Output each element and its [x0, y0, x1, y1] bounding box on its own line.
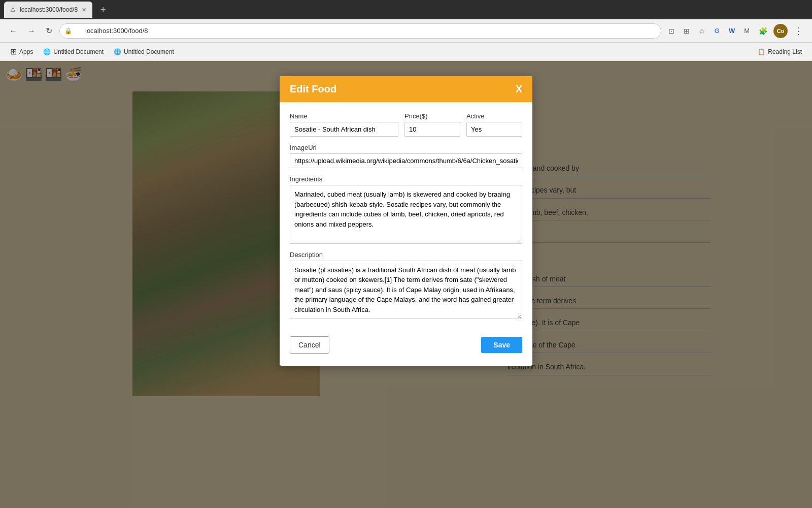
bookmark-apps-label: Apps — [19, 48, 33, 55]
description-label: Description — [290, 251, 522, 259]
edit-food-modal: Edit Food X Name Price($) Active — [280, 76, 532, 366]
new-tab-button[interactable]: + — [96, 3, 110, 17]
save-button[interactable]: Save — [481, 337, 522, 353]
cancel-button[interactable]: Cancel — [290, 336, 329, 354]
modal-overlay: Edit Food X Name Price($) Active — [0, 61, 812, 508]
forward-button[interactable]: → — [24, 24, 39, 38]
menu-button[interactable]: ⋮ — [791, 23, 806, 39]
lock-icon: 🔒 — [64, 27, 72, 35]
reading-list-icon: 📋 — [758, 48, 765, 55]
active-field-group: Active — [466, 112, 522, 137]
globe-icon-2: 🌐 — [114, 48, 121, 55]
word-icon[interactable]: W — [726, 25, 738, 37]
tab-label: localhost:3000/food/8 — [20, 6, 78, 13]
toolbar-icons: ⊡ ⊞ ☆ G W M 🧩 Co ⋮ — [665, 23, 806, 39]
tab-close-button[interactable]: ✕ — [82, 7, 86, 13]
google-icon[interactable]: G — [712, 25, 723, 37]
active-input[interactable] — [466, 122, 522, 137]
browser-toolbar: ← → ↻ 🔒 localhost:3000/food/8 ⊡ ⊞ ☆ G W … — [0, 19, 812, 43]
address-bar-container: 🔒 localhost:3000/food/8 — [59, 23, 661, 39]
name-price-active-row: Name Price($) Active — [290, 112, 522, 137]
description-field-group: Description — [290, 251, 522, 320]
modal-header: Edit Food X — [280, 76, 532, 102]
name-field-group: Name — [290, 112, 398, 137]
ingredients-label: Ingredients — [290, 175, 522, 183]
star-icon[interactable]: ☆ — [696, 25, 708, 37]
name-label: Name — [290, 112, 398, 120]
avatar-initials: Co — [777, 28, 785, 34]
active-label: Active — [466, 112, 522, 120]
bookmarks-bar: ⊞ Apps 🌐 Untitled Document 🌐 Untitled Do… — [0, 43, 812, 61]
bookmark-untitled2[interactable]: 🌐 Untitled Document — [110, 46, 178, 57]
globe-icon-1: 🌐 — [43, 48, 51, 55]
modal-title: Edit Food — [290, 83, 336, 95]
ingredients-field-group: Ingredients — [290, 175, 522, 244]
mail-icon[interactable]: M — [741, 25, 753, 37]
bookmark-untitled1[interactable]: 🌐 Untitled Document — [39, 46, 108, 57]
address-text: localhost:3000/food/8 — [76, 27, 148, 35]
description-textarea[interactable] — [290, 261, 522, 320]
reading-list-button[interactable]: 📋 Reading List — [754, 46, 806, 57]
imageurl-field-group: ImageUrl — [290, 144, 522, 168]
ingredients-textarea[interactable] — [290, 185, 522, 244]
extensions-icon[interactable]: 🧩 — [756, 25, 770, 37]
cast-icon[interactable]: ⊡ — [665, 25, 678, 37]
bookmark-untitled2-label: Untitled Document — [124, 48, 174, 55]
grid-icon[interactable]: ⊞ — [681, 25, 693, 37]
price-field-group: Price($) — [404, 112, 460, 137]
reading-list-label: Reading List — [768, 48, 802, 55]
bookmark-apps[interactable]: ⊞ Apps — [6, 45, 37, 58]
name-input[interactable] — [290, 122, 398, 137]
modal-body: Name Price($) Active ImageUrl — [280, 102, 532, 329]
price-label: Price($) — [404, 112, 460, 120]
tab-favicon: ⚠ — [10, 6, 16, 13]
imageurl-input[interactable] — [290, 153, 522, 168]
reload-button[interactable]: ↻ — [43, 24, 55, 38]
back-button[interactable]: ← — [6, 24, 20, 38]
modal-footer: Cancel Save — [280, 329, 532, 366]
active-tab[interactable]: ⚠ localhost:3000/food/8 ✕ — [4, 2, 92, 18]
apps-grid-icon: ⊞ — [10, 47, 17, 56]
bookmark-untitled1-label: Untitled Document — [53, 48, 104, 55]
browser-titlebar: ⚠ localhost:3000/food/8 ✕ + — [0, 0, 812, 19]
address-bar[interactable]: 🔒 localhost:3000/food/8 — [59, 23, 661, 39]
price-input[interactable] — [404, 122, 460, 137]
modal-close-button[interactable]: X — [516, 83, 522, 95]
avatar[interactable]: Co — [773, 24, 788, 38]
imageurl-label: ImageUrl — [290, 144, 522, 151]
page-content: 🍛 🍱 🍱 🍜 ewered and cooked by satie recip… — [0, 61, 812, 508]
